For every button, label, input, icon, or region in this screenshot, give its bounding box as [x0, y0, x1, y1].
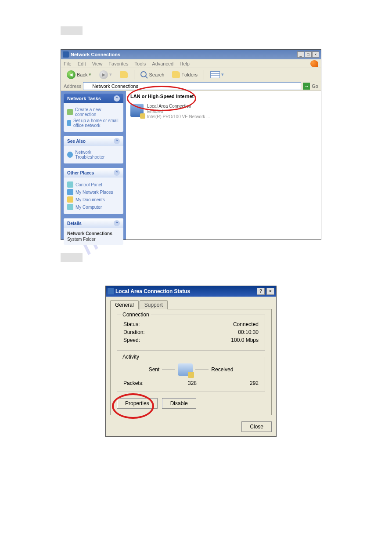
link-label: My Documents: [76, 197, 105, 202]
tab-support[interactable]: Support: [140, 300, 168, 309]
address-bar: Address → Go: [61, 81, 321, 91]
network-places-link[interactable]: My Network Places: [67, 189, 120, 195]
other-places-panel: Other Places ⌃ Control Panel My Network …: [64, 168, 123, 214]
minimize-button[interactable]: _: [297, 51, 304, 58]
dialog-title: Local Area Connection Status: [115, 288, 255, 294]
status-value: Connected: [233, 321, 259, 327]
network-tasks-panel: Network Tasks ⌃ Create a new connection …: [64, 94, 123, 132]
titlebar: Network Connections _ □ ×: [61, 50, 321, 59]
menu-advanced[interactable]: Advanced: [152, 61, 173, 66]
menu-file[interactable]: File: [64, 61, 72, 66]
views-icon: [210, 71, 220, 78]
duration-label: Duration:: [123, 329, 145, 335]
address-label: Address: [64, 83, 81, 89]
connection-icon: [130, 104, 144, 117]
network-connections-window: Network Connections _ □ × File Edit View…: [61, 49, 321, 240]
link-label: My Network Places: [76, 190, 113, 195]
panel-title: Details: [67, 221, 82, 226]
toolbar-separator: [204, 70, 204, 80]
folders-label: Folders: [181, 72, 198, 77]
collapse-icon[interactable]: ⌃: [114, 95, 120, 102]
vertical-separator: [210, 380, 210, 386]
main-area: LAN or High-Speed Internet Local Area Co…: [126, 91, 321, 239]
troubleshooter-link[interactable]: Network Troubleshooter: [67, 150, 120, 160]
my-computer-link[interactable]: My Computer: [67, 204, 120, 210]
speed-label: Speed:: [123, 337, 140, 343]
menu-view[interactable]: View: [92, 61, 103, 66]
address-input[interactable]: [83, 82, 301, 90]
tab-general[interactable]: General: [110, 300, 139, 309]
docs-icon: [67, 196, 73, 203]
xp-logo-icon: [310, 60, 318, 67]
back-arrow-icon: ◄: [67, 70, 76, 79]
connection-status: Enabled: [147, 109, 210, 114]
details-panel: Details ⌃ Network Connections System Fol…: [64, 218, 123, 245]
lac-status-dialog: Local Area Connection Status ? × General…: [105, 286, 277, 437]
my-documents-link[interactable]: My Documents: [67, 196, 120, 203]
toolbar-separator: [134, 70, 134, 80]
activity-group: Activity Sent Received Packets: 328 292: [117, 357, 265, 392]
link-label: Control Panel: [76, 182, 102, 187]
maximize-button[interactable]: □: [305, 51, 312, 58]
sent-label: Sent: [149, 366, 160, 373]
collapse-icon[interactable]: ⌃: [114, 220, 120, 226]
menu-help[interactable]: Help: [180, 61, 190, 66]
toolbar: ◄ Back ▾ ► ▾ Search Folders: [61, 68, 321, 81]
collapse-icon[interactable]: ⌃: [114, 138, 120, 144]
chevron-down-icon: ▾: [109, 72, 112, 77]
close-button[interactable]: ×: [312, 51, 319, 58]
link-label: Create a new connection: [75, 107, 120, 117]
packets-sent-value: 328: [162, 380, 197, 386]
menu-tools[interactable]: Tools: [135, 61, 146, 66]
panel-title: See Also: [67, 139, 86, 144]
forward-button[interactable]: ► ▾: [96, 69, 115, 80]
dialog-icon: [108, 288, 114, 294]
connection-device: Intel(R) PRO/100 VE Network ...: [147, 114, 210, 120]
create-connection-link[interactable]: Create a new connection: [67, 107, 120, 117]
go-label: Go: [312, 83, 318, 89]
received-label: Received: [211, 366, 233, 373]
app-icon: [63, 51, 69, 58]
help-button[interactable]: ?: [257, 288, 265, 295]
folders-button[interactable]: Folders: [169, 70, 201, 79]
category-header: LAN or High-Speed Internet: [130, 93, 316, 100]
go-button[interactable]: →: [303, 83, 310, 90]
link-label: Set up a home or small office network: [73, 118, 120, 128]
menu-bar[interactable]: File Edit View Favorites Tools Advanced …: [61, 59, 321, 68]
comp-icon: [67, 204, 73, 210]
collapse-icon[interactable]: ⌃: [114, 170, 120, 176]
connection-legend: Connection: [121, 312, 151, 318]
setup-network-link[interactable]: Set up a home or small office network: [67, 118, 120, 128]
local-area-connection-item[interactable]: Local Area Connection Enabled Intel(R) P…: [130, 104, 316, 120]
details-type: System Folder: [67, 237, 95, 242]
info-icon: [67, 152, 73, 158]
search-icon: [140, 71, 147, 78]
close-button[interactable]: ×: [266, 288, 274, 295]
menu-favorites[interactable]: Favorites: [108, 61, 128, 66]
views-button[interactable]: ▾: [207, 70, 227, 80]
control-panel-link[interactable]: Control Panel: [67, 181, 120, 188]
properties-button[interactable]: Properties: [117, 398, 158, 409]
back-button[interactable]: ◄ Back ▾: [64, 69, 94, 80]
np-icon: [67, 189, 73, 195]
forward-arrow-icon: ►: [99, 70, 108, 79]
packets-label: Packets:: [123, 380, 162, 386]
search-label: Search: [149, 72, 164, 77]
link-label: Network Troubleshooter: [75, 150, 120, 160]
dash-line: [162, 370, 175, 370]
disable-button[interactable]: Disable: [162, 398, 196, 409]
search-button[interactable]: Search: [137, 70, 167, 80]
folders-icon: [172, 71, 180, 78]
chevron-down-icon: ▾: [221, 72, 224, 77]
menu-edit[interactable]: Edit: [78, 61, 86, 66]
home-icon: [67, 120, 71, 126]
activity-legend: Activity: [121, 354, 141, 360]
link-label: My Computer: [76, 205, 102, 210]
page-number: 46: [0, 532, 392, 537]
close-dialog-button[interactable]: Close: [241, 421, 272, 432]
tab-content: Connection Status: Connected Duration: 0…: [110, 309, 272, 415]
wizard-icon: [67, 109, 73, 115]
connection-group: Connection Status: Connected Duration: 0…: [117, 315, 265, 351]
window-title: Network Connections: [71, 52, 297, 57]
up-button[interactable]: [117, 70, 131, 79]
